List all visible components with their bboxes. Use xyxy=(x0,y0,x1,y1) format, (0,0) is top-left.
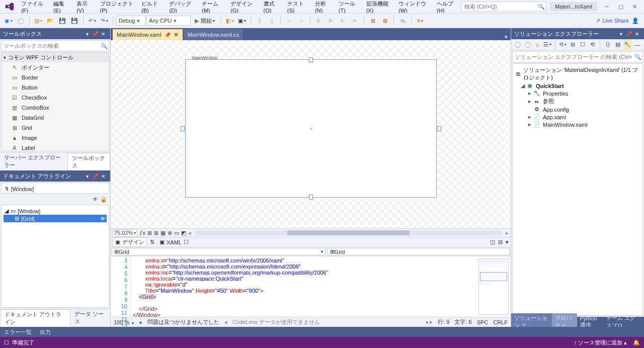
toolbox-pin-icon[interactable]: 📌 xyxy=(91,31,99,37)
se-refresh-icon[interactable]: ⟲▾ xyxy=(558,39,568,50)
solution-node-mainwindow[interactable]: ▸📄MainWindow.xaml xyxy=(515,121,640,128)
se-code-icon[interactable]: ⟨⟩ xyxy=(603,39,612,50)
grid2-icon[interactable]: ⊞ xyxy=(154,230,158,236)
tab-order[interactable]: ↹ xyxy=(397,15,408,26)
notifications-icon[interactable]: 🔔 xyxy=(633,339,640,346)
crumb-1[interactable]: ⊞ Grid▾ xyxy=(112,248,326,255)
quick-search-input[interactable] xyxy=(461,4,537,10)
source-control-button[interactable]: ↑ ソース管理に追加 ▴ xyxy=(574,339,627,346)
solution-search-input[interactable] xyxy=(513,54,633,60)
solution-node-properties[interactable]: ▸🔧Properties xyxy=(515,90,640,97)
se-wrench-icon[interactable]: 🔧 xyxy=(623,39,632,50)
align-center[interactable]: ▯ xyxy=(266,15,277,26)
solution-node-appconfig[interactable]: ⚙App.config xyxy=(515,106,640,113)
solution-node-references[interactable]: ▸▪▪参照 xyxy=(515,97,640,106)
tool-btn-1[interactable]: ◧▾ xyxy=(224,15,235,26)
solution-node-root[interactable]: ⧉ソリューション 'MaterialDesignInXaml' (1/1 プロジ… xyxy=(515,66,640,82)
snap2-icon[interactable]: ⊕ xyxy=(168,230,172,236)
lock-icon[interactable]: 🔒 xyxy=(100,196,107,203)
dist-2[interactable]: ⊫ xyxy=(326,15,337,26)
tab-mainwindow-xaml-cs[interactable]: MainWindow.xaml.cs xyxy=(184,29,244,40)
open-file-button[interactable]: 📂 xyxy=(45,15,56,26)
nav-back[interactable]: ◉▾ xyxy=(3,15,14,26)
toolbox-item-image[interactable]: ▲Image xyxy=(2,133,109,143)
window-close[interactable]: ✕ xyxy=(628,2,642,12)
dist-4[interactable]: ⊨ xyxy=(350,15,361,26)
close-icon[interactable]: ✕ xyxy=(174,31,179,38)
outline-close-icon[interactable]: ✕ xyxy=(99,173,107,179)
split-tab-design[interactable]: ▣デザイン xyxy=(113,237,147,247)
se-more-icon[interactable]: — xyxy=(633,39,642,50)
code-editor[interactable]: 345678910111213 xmlns:x="http://schemas.… xyxy=(111,256,511,317)
grid-1[interactable]: ⊞ xyxy=(367,15,378,26)
toolbox-item-datagrid[interactable]: ▦DataGrid xyxy=(2,113,109,123)
visibility-icon[interactable]: 👁 xyxy=(93,196,98,202)
ruler-icon[interactable]: ▭ xyxy=(174,230,179,236)
snap-icon[interactable]: ▦ xyxy=(160,230,166,236)
toolbox-search[interactable]: 🔍 xyxy=(1,40,109,51)
split-v-icon[interactable]: ⊟ xyxy=(498,239,503,245)
zoom-combo[interactable]: 75.02%▾ xyxy=(113,229,137,237)
toolbox-item-checkbox[interactable]: ☑CheckBox xyxy=(2,93,109,103)
toolbox-search-input[interactable] xyxy=(2,43,100,49)
tab-output[interactable]: 出力 xyxy=(36,327,55,337)
minimap[interactable]: · · · · xyxy=(478,258,509,315)
pin-icon[interactable]: 📌 xyxy=(165,32,171,38)
dist-1[interactable]: ⊪ xyxy=(313,15,325,26)
undo-button[interactable]: ↶▾ xyxy=(87,15,98,26)
save-button[interactable]: 💾 xyxy=(57,15,68,26)
toolbox-item-grid[interactable]: ⊞Grid xyxy=(2,123,109,133)
designer-window[interactable]: MainWindow xyxy=(185,59,437,198)
align-1[interactable]: ⫞ xyxy=(284,15,295,26)
new-project-button[interactable]: ▧▾ xyxy=(33,15,44,26)
fx-icon[interactable]: ƒx xyxy=(139,230,145,236)
se-back[interactable]: ◯ xyxy=(513,39,522,50)
tab-mainwindow-xaml[interactable]: MainWindow.xaml📌✕ xyxy=(113,29,183,40)
outline-options-icon[interactable]: ▾ xyxy=(83,173,91,179)
config-combo[interactable]: Debug▾ xyxy=(116,16,145,26)
outline-pin-icon[interactable]: 📌 xyxy=(91,173,99,179)
feedback-icon[interactable]: 👤 xyxy=(630,15,641,26)
tab-toolbox[interactable]: ツールボックス xyxy=(67,153,110,170)
toolbox-category[interactable]: コモン WPF コントロール xyxy=(2,53,109,62)
se-prop-icon[interactable]: ▤ xyxy=(613,39,622,50)
liveshare-button[interactable]: ↗Live Share xyxy=(596,18,629,24)
quick-search[interactable]: 🔍 xyxy=(461,2,546,12)
se-pin-icon[interactable]: 📌 xyxy=(625,31,633,37)
toolbox-item-label[interactable]: ALabel xyxy=(2,143,109,151)
design-surface[interactable]: MainWindow xyxy=(111,40,511,228)
collapse-icon[interactable]: ▾ xyxy=(506,239,509,245)
start-debug-button[interactable]: ▶開始▾ xyxy=(192,15,218,26)
tab-server-explorer[interactable]: サーバー エクスプローラー xyxy=(0,153,67,170)
tab-data-sources[interactable]: データ ソース xyxy=(70,309,110,327)
extra-icon[interactable]: ◩ xyxy=(181,230,186,236)
toolbox-item-button[interactable]: ▭Button xyxy=(2,82,109,93)
split-h-icon[interactable]: ◫ xyxy=(490,239,495,245)
se-close-icon[interactable]: ✕ xyxy=(633,31,641,37)
toolbox-item-combobox[interactable]: ▥ComboBox xyxy=(2,103,109,113)
se-options-icon[interactable]: ▾ xyxy=(617,31,625,37)
se-showall-icon[interactable]: ☐ xyxy=(578,39,587,50)
solution-node-appxaml[interactable]: ▸📄App.xaml xyxy=(515,113,640,121)
solution-search[interactable]: 🔍 xyxy=(512,51,643,62)
grid-icon[interactable]: ⊞ xyxy=(147,230,152,236)
crumb-2[interactable]: ⊞ Grid xyxy=(328,248,510,255)
solution-node-project[interactable]: ◢▣QuickStart xyxy=(515,82,640,90)
code-text[interactable]: xmlns:x="http://schemas.microsoft.com/wi… xyxy=(131,256,476,317)
tab-error-list[interactable]: エラー一覧 xyxy=(0,327,36,337)
dist-3[interactable]: ⊩ xyxy=(338,15,349,26)
tab-overflow-icon[interactable]: ▾ xyxy=(502,34,511,40)
redo-button[interactable]: ↷▾ xyxy=(99,15,110,26)
toolbox-options-icon[interactable]: ▾ xyxy=(83,31,91,37)
nav-fwd[interactable]: ◯ xyxy=(15,15,26,26)
tab-document-outline[interactable]: ドキュメント アウトライン xyxy=(0,309,70,327)
save-all-button[interactable]: 💾 xyxy=(69,15,80,26)
toolbox-close-icon[interactable]: ✕ xyxy=(99,31,107,37)
se-sync-icon[interactable]: ☰▾ xyxy=(543,39,552,50)
layers[interactable]: ≡▾ xyxy=(415,15,426,26)
toolbox-item-ポインター[interactable]: ↖ポインター xyxy=(2,62,109,72)
platform-combo[interactable]: Any CPU▾ xyxy=(146,16,191,26)
se-collapse-icon[interactable]: ⊟ xyxy=(568,39,577,50)
align-2[interactable]: ⫟ xyxy=(296,15,307,26)
swap-panes-icon[interactable]: ⇅ xyxy=(150,239,154,245)
